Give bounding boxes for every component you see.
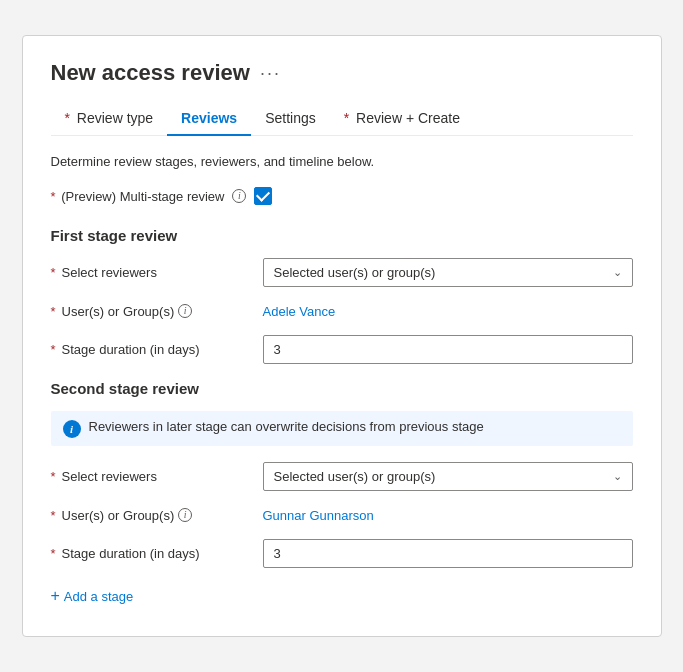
multi-stage-checkbox[interactable] <box>254 187 272 205</box>
first-stage-select-reviewers-row: * Select reviewers Selected user(s) or g… <box>51 258 633 287</box>
first-stage-select-reviewers-label: * Select reviewers <box>51 265 251 280</box>
second-stage-duration-control <box>263 539 633 568</box>
users-groups-info-icon-1[interactable]: i <box>178 304 192 318</box>
second-stage-user-link[interactable]: Gunnar Gunnarson <box>263 508 374 523</box>
more-options-icon[interactable]: ··· <box>260 64 281 82</box>
second-stage-title: Second stage review <box>51 380 633 397</box>
second-stage-select-reviewers-control: Selected user(s) or group(s) ⌄ <box>263 462 633 491</box>
first-stage-duration-input[interactable] <box>263 335 633 364</box>
page-title: New access review <box>51 60 250 86</box>
header-row: New access review ··· <box>51 60 633 86</box>
first-stage-users-groups-label: * User(s) or Group(s) i <box>51 304 251 319</box>
nav-tabs: * Review type Reviews Settings * Review … <box>51 102 633 136</box>
tab-settings[interactable]: Settings <box>251 102 330 136</box>
first-stage-title: First stage review <box>51 227 633 244</box>
second-stage-duration-label: * Stage duration (in days) <box>51 546 251 561</box>
plus-icon: + <box>51 588 60 604</box>
first-stage-reviewers-dropdown[interactable]: Selected user(s) or group(s) ⌄ <box>263 258 633 287</box>
second-stage-reviewers-dropdown[interactable]: Selected user(s) or group(s) ⌄ <box>263 462 633 491</box>
page-description: Determine review stages, reviewers, and … <box>51 154 633 169</box>
required-star-review-create: * <box>344 110 349 126</box>
second-stage-users-groups-label: * User(s) or Group(s) i <box>51 508 251 523</box>
tab-review-create[interactable]: * Review + Create <box>330 102 474 136</box>
second-stage-users-groups-row: * User(s) or Group(s) i Gunnar Gunnarson <box>51 507 633 523</box>
first-stage-duration-row: * Stage duration (in days) <box>51 335 633 364</box>
second-stage-users-groups-value: Gunnar Gunnarson <box>263 507 633 523</box>
users-groups-info-icon-2[interactable]: i <box>178 508 192 522</box>
second-stage-select-reviewers-row: * Select reviewers Selected user(s) or g… <box>51 462 633 491</box>
first-stage-select-reviewers-control: Selected user(s) or group(s) ⌄ <box>263 258 633 287</box>
multi-stage-label: * (Preview) Multi-stage review <box>51 189 225 204</box>
add-stage-button[interactable]: + Add a stage <box>51 584 134 608</box>
second-stage-select-reviewers-label: * Select reviewers <box>51 469 251 484</box>
dropdown-chevron-icon-2: ⌄ <box>613 470 622 483</box>
first-stage-duration-label: * Stage duration (in days) <box>51 342 251 357</box>
tab-review-type[interactable]: * Review type <box>51 102 168 136</box>
tab-reviews[interactable]: Reviews <box>167 102 251 136</box>
second-stage-section: Second stage review i Reviewers in later… <box>51 380 633 568</box>
access-review-card: New access review ··· * Review type Revi… <box>22 35 662 637</box>
dropdown-chevron-icon: ⌄ <box>613 266 622 279</box>
first-stage-user-link[interactable]: Adele Vance <box>263 304 336 319</box>
first-stage-duration-control <box>263 335 633 364</box>
multi-stage-row: * (Preview) Multi-stage review i <box>51 187 633 205</box>
first-stage-section: First stage review * Select reviewers Se… <box>51 227 633 364</box>
info-circle-icon: i <box>63 420 81 438</box>
overwrite-info-banner: i Reviewers in later stage can overwrite… <box>51 411 633 446</box>
info-banner-text: Reviewers in later stage can overwrite d… <box>89 419 484 434</box>
required-star-review-type: * <box>65 110 70 126</box>
add-stage-label: Add a stage <box>64 589 133 604</box>
second-stage-duration-row: * Stage duration (in days) <box>51 539 633 568</box>
first-stage-users-groups-value: Adele Vance <box>263 303 633 319</box>
multi-stage-info-icon[interactable]: i <box>232 189 246 203</box>
first-stage-users-groups-row: * User(s) or Group(s) i Adele Vance <box>51 303 633 319</box>
second-stage-duration-input[interactable] <box>263 539 633 568</box>
